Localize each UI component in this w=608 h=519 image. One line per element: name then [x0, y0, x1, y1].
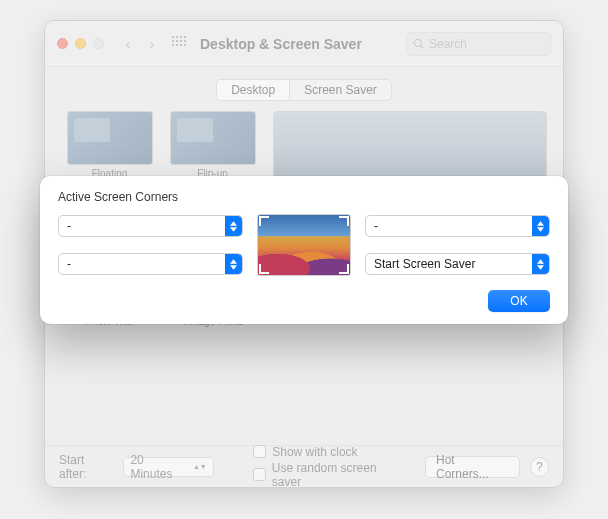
chevron-updown-icon: [532, 254, 549, 274]
chevron-updown-icon: ▲▼: [193, 464, 207, 469]
tab-desktop[interactable]: Desktop: [216, 79, 289, 101]
hot-corners-button[interactable]: Hot Corners...: [425, 456, 520, 478]
search-input[interactable]: Search: [406, 32, 551, 56]
search-icon: [413, 38, 425, 50]
window-controls: [57, 38, 104, 49]
sheet-footer: OK: [58, 290, 550, 312]
zoom-window-button[interactable]: [93, 38, 104, 49]
footer-bar: Start after: 20 Minutes ▲▼ Show with clo…: [45, 445, 563, 487]
top-right-corner-select[interactable]: -: [365, 215, 550, 237]
chevron-updown-icon: [225, 216, 242, 236]
close-window-button[interactable]: [57, 38, 68, 49]
use-random-checkbox[interactable]: [253, 468, 266, 481]
chevron-updown-icon: [532, 216, 549, 236]
show-clock-checkbox[interactable]: [253, 445, 266, 458]
list-item[interactable]: Flip-up: [164, 111, 261, 179]
active-screen-corners-sheet: Active Screen Corners - - -: [40, 176, 568, 324]
window-title: Desktop & Screen Saver: [200, 36, 362, 52]
corners-layout: - - -: [58, 214, 550, 276]
bottom-right-corner-select[interactable]: Start Screen Saver: [365, 253, 550, 275]
back-button[interactable]: ‹: [120, 35, 136, 52]
corners-preview-thumbnail: [257, 214, 351, 276]
corner-marker-icon: [259, 216, 269, 226]
list-item[interactable]: Floating: [61, 111, 158, 179]
search-placeholder: Search: [429, 37, 467, 51]
show-all-icon[interactable]: [172, 36, 188, 52]
sheet-title: Active Screen Corners: [58, 190, 550, 204]
start-after-label: Start after:: [59, 453, 113, 481]
ok-button[interactable]: OK: [488, 290, 550, 312]
bottom-left-corner-select[interactable]: -: [58, 253, 243, 275]
use-random-label: Use random screen saver: [272, 461, 405, 489]
corner-marker-icon: [339, 264, 349, 274]
help-button[interactable]: ?: [530, 457, 549, 477]
start-after-select[interactable]: 20 Minutes ▲▼: [123, 457, 213, 477]
forward-button[interactable]: ›: [144, 35, 160, 52]
tab-screensaver[interactable]: Screen Saver: [289, 79, 392, 101]
titlebar: ‹ › Desktop & Screen Saver Search: [45, 21, 563, 67]
chevron-updown-icon: [225, 254, 242, 274]
top-left-corner-select[interactable]: -: [58, 215, 243, 237]
corner-marker-icon: [339, 216, 349, 226]
corner-marker-icon: [259, 264, 269, 274]
show-clock-label: Show with clock: [272, 445, 357, 459]
tab-row: Desktop Screen Saver: [45, 67, 563, 111]
minimize-window-button[interactable]: [75, 38, 86, 49]
